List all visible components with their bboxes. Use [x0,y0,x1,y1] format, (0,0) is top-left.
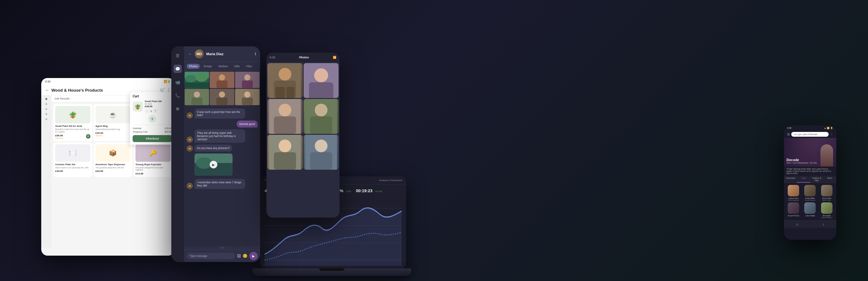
tablet-center-chat: ☰ 💬 📹 📞 ⚙ ← MD Maria Diaz ℹ Photos Emoji… [171,46,260,262]
tab-cast[interactable]: Cast [797,176,810,183]
product-img-plant: 🪴 [55,106,90,123]
cast-item-2[interactable]: Emily Miller Anna Reeves [802,185,817,201]
svg-rect-13 [191,98,203,105]
nav-settings[interactable] [45,118,47,120]
tab-photos[interactable]: Photos [187,64,200,69]
nav-heart[interactable] [45,108,47,110]
media-thumb-4[interactable] [185,89,209,105]
analytics-menu-icon[interactable]: ☰ [264,179,266,182]
phone-decode: 9:30 ▲ 📶 🔋 ☰ Google cast of Decode ⋮ Dec… [784,126,836,240]
media-thumb-3[interactable] [235,72,259,88]
svg-point-33 [314,68,328,83]
cast-item-5[interactable]: Luke Habib [802,202,817,219]
msg-bubble-sent-1: Sounds good [237,121,258,127]
play-button-overlay[interactable]: ▶ [210,161,217,168]
stat-time-value: 00:19:23 [356,188,372,193]
tab-files[interactable]: Files [244,64,254,69]
qty-decrease[interactable]: − [145,109,149,113]
msg-bubble-recv-4: I remember when mine were 7 things they … [194,179,245,189]
chat-back-icon[interactable]: ← [188,51,192,57]
menu-icon-left[interactable]: ⋮ [167,88,171,92]
chat-camera-icon[interactable]: 😊 [243,254,247,258]
tablet-photos: 9:30 Photos 📶 [267,53,339,218]
tab-overview[interactable]: Overview [784,176,797,183]
product-img-mug: ☕ [95,106,131,123]
analytics-title: Analytics Dashboard [379,179,402,182]
product-name-mug: Agent Mug [95,125,131,127]
photo-thumb-5[interactable] [268,135,303,170]
product-card-plate[interactable]: 🍽️ Ceramic Plate Set Hand made in our pe… [53,143,92,177]
product-card-plant[interactable]: 🪴 Small Plant Sill for desk Beautiful ma… [53,104,92,141]
cast-item-6[interactable]: Ms Nadia Sofia Martinez [819,202,834,219]
cart-panel: Cart 🪴 Small Plant Sill for desk £39.00 … [130,92,175,145]
chat-media-preview[interactable]: ▶ [194,154,232,176]
cast-role-2: Anna Reeves [802,199,817,201]
svg-rect-10 [242,81,253,88]
send-button[interactable]: ▶ [249,252,258,260]
media-thumb-1[interactable] [185,72,209,88]
cast-item-4[interactable]: Yousef Fanos [786,202,801,219]
photo-thumb-4[interactable] [304,99,339,134]
cart-summary: Subtotal £39.00 Shipping Cost $00.00 [133,125,172,133]
qty-increase[interactable]: + [153,109,157,113]
msg-bubble-recv-2: They are all doing super well, Benjamin … [194,129,245,143]
product-card-mug[interactable]: ☕ Agent Mug Handcrafted porcelain mug £1… [94,104,133,141]
chat-emoji-icon[interactable]: 🖼 [237,254,241,258]
nav-home[interactable] [45,98,47,100]
chat-info-icon[interactable]: ℹ [255,52,256,56]
google-search-bar[interactable]: Google cast of Decode [791,132,829,137]
add-btn-plant[interactable]: + [86,134,90,138]
cart-shipping-label: Shipping Cost [133,130,148,133]
phone-more-icon[interactable]: ⋮ [830,132,833,136]
cart-subtotal-label: Subtotal [133,127,142,130]
sidebar-phone-icon[interactable]: 📞 [174,91,182,100]
phone-time: 9:30 [787,127,792,129]
cart-qty-ctrl: − 1 + [145,109,162,113]
tab-emojis[interactable]: Emojis [201,64,214,69]
sidebar-menu-icon[interactable]: ☰ [174,51,182,60]
product-name-tape: Aluminum Tape Dispenser [95,163,131,166]
chat-messages: M It was such a good trip! How are the k… [184,106,260,246]
product-card-keychain[interactable]: 🔑 Smaug Rope Keychain Keychain designed … [133,143,173,177]
cast-item-1[interactable]: Lydia Franci Sofia Martinez [786,185,801,201]
product-card-tape[interactable]: 📦 Aluminum Tape Dispenser The greatest d… [94,143,133,177]
tab-trailers[interactable]: Trailers & clips [810,176,823,183]
phone-nav-home[interactable]: ⌂ [796,222,798,226]
svg-point-42 [279,139,291,152]
sidebar-settings-icon[interactable]: ⚙ [174,105,182,113]
photo-thumb-3[interactable] [268,99,303,134]
msg-avatar-4: M [187,183,193,189]
photo-thumb-6[interactable] [304,135,339,170]
back-arrow-left[interactable]: ← [45,88,50,93]
media-thumb-6[interactable] [235,89,259,105]
phone-status-bar: 9:30 ▲ 📶 🔋 [784,126,836,131]
svg-point-6 [219,74,225,81]
phone-status-icons: ▲ 📶 🔋 [824,127,833,129]
cart-subtotal-value: £39.00 [165,127,172,130]
movie-title: Decode [786,158,817,162]
phone-nav-download[interactable]: ↓ [822,222,824,226]
chat-input[interactable]: Type message [187,253,235,259]
chat-input-bar: Type message 🖼 😊 ▶ [184,250,260,262]
cart-add-more[interactable]: + [149,115,156,123]
tab-more[interactable]: More [823,176,836,183]
nav-user[interactable] [45,113,47,115]
sidebar-chat-icon[interactable]: 💬 [174,65,182,73]
product-stars-mug: ★★★★☆ [95,134,131,137]
nav-tag[interactable] [45,103,47,105]
sidebar-video-icon[interactable]: 📹 [174,78,182,86]
media-thumb-2[interactable] [210,72,234,88]
photo-thumb-1[interactable] [268,63,303,98]
chat-main: ← MD Maria Diaz ℹ Photos Emojis Stickers… [184,46,260,262]
tab-gifts[interactable]: Gifts [231,64,242,69]
svg-rect-16 [217,98,228,105]
cast-item-3[interactable]: Jesus Diaz Max Torres [819,185,834,201]
checkout-button[interactable]: Checkout [133,135,172,142]
tab-stickers[interactable]: Stickers [216,64,230,69]
phone-menu-icon[interactable]: ☰ [787,132,790,136]
svg-rect-43 [274,152,296,170]
media-thumb-5[interactable] [210,89,234,105]
cart-item-sub-1: for desk [145,103,162,105]
sidebar-left [41,95,52,248]
photo-thumb-2[interactable] [304,63,339,98]
